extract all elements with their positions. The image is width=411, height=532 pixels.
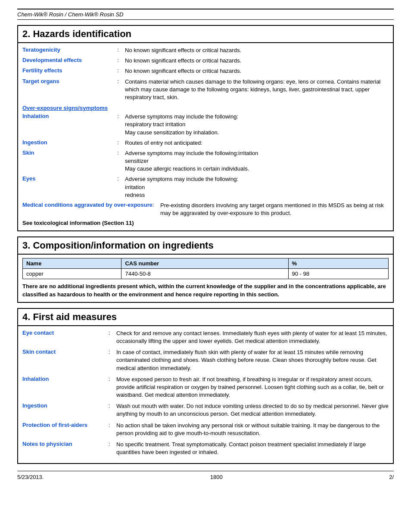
field-value: No action shall be taken involving any p… <box>116 422 389 437</box>
doc-header-title: Chem-Wik® Rosin / Chem-Wik® Rosin SD <box>17 11 123 18</box>
field-row: Eye contact : Check for and remove any c… <box>22 330 389 345</box>
field-label: Inhalation <box>22 113 117 119</box>
see-toxicological-note: See toxicological information (Section 1… <box>22 220 389 226</box>
section4-fields: Eye contact : Check for and remove any c… <box>22 330 389 457</box>
field-label: Inhalation <box>22 376 109 382</box>
field-value: No known significant effects or critical… <box>125 57 389 65</box>
field-value: No known significant effects or critical… <box>125 67 389 75</box>
field-value: Adverse symptoms may include the followi… <box>125 175 389 199</box>
composition-note: There are no additional ingredients pres… <box>22 283 389 298</box>
footer-doc-number: 1800 <box>210 474 223 480</box>
section4: 4. First aid measures Eye contact : Chec… <box>17 308 394 464</box>
field-label: Fertility effects <box>22 67 117 74</box>
field-colon: : <box>117 139 125 146</box>
col-cas: CAS number <box>121 258 288 269</box>
footer-page: 2/ <box>389 474 394 480</box>
table-cell: copper <box>23 269 121 279</box>
field-row: Fertility effects : No known significant… <box>22 67 389 75</box>
field-value: Move exposed person to fresh air. If not… <box>116 376 389 399</box>
table-cell: 90 - 98 <box>288 269 388 279</box>
composition-table: Name CAS number % copper7440-50-890 - 98 <box>22 258 389 279</box>
field-label: Medical conditions aggravated by over-ex… <box>22 202 153 208</box>
field-row: Teratogenicity : No known significant ef… <box>22 47 389 54</box>
field-row: Developmental effects : No known signifi… <box>22 57 389 65</box>
field-colon: : <box>117 67 125 74</box>
field-label: Target organs <box>22 78 117 84</box>
section4-title: 4. First aid measures <box>17 308 394 326</box>
field-value: No known significant effects or critical… <box>125 47 389 54</box>
field-row: Notes to physician : No specific treatme… <box>22 441 389 456</box>
field-row: Ingestion : Routes of entry not anticipa… <box>22 139 389 147</box>
section2-oe-fields: Inhalation : Adverse symptoms may includ… <box>22 113 389 217</box>
field-row: Target organs : Contains material which … <box>22 78 389 102</box>
section3-title: 3. Composition/information on ingredient… <box>17 236 394 255</box>
section2-fields: Teratogenicity : No known significant ef… <box>22 47 389 101</box>
field-value: Pre-existing disorders involving any tar… <box>160 202 389 217</box>
footer-date: 5/23/2013. <box>17 474 44 480</box>
field-value: Adverse symptoms may include the followi… <box>125 113 389 137</box>
field-value: Adverse symptoms may include the followi… <box>125 149 389 173</box>
field-value: In case of contact, immediately flush sk… <box>116 348 389 372</box>
page: Chem-Wik® Rosin / Chem-Wik® Rosin SD 2. … <box>0 0 411 532</box>
field-row: Medical conditions aggravated by over-ex… <box>22 202 389 217</box>
field-colon: : <box>117 175 125 182</box>
page-footer: 5/23/2013. 1800 2/ <box>17 471 394 480</box>
section2-content: Teratogenicity : No known significant ef… <box>17 43 394 231</box>
table-header-row: Name CAS number % <box>23 258 389 269</box>
field-row: Skin : Adverse symptoms may include the … <box>22 149 389 173</box>
field-label: Ingestion <box>22 139 117 146</box>
field-colon: : <box>117 78 125 84</box>
section3-content: Name CAS number % copper7440-50-890 - 98… <box>17 255 394 302</box>
field-row: Eyes : Adverse symptoms may include the … <box>22 175 389 199</box>
section2: 2. Hazards identification Teratogenicity… <box>17 25 394 231</box>
field-colon: : <box>153 202 160 208</box>
field-label: Skin <box>22 149 117 156</box>
field-value: Check for and remove any contact lenses.… <box>116 330 389 345</box>
section3: 3. Composition/information on ingredient… <box>17 236 394 302</box>
doc-header: Chem-Wik® Rosin / Chem-Wik® Rosin SD <box>17 9 394 20</box>
field-row: Ingestion : Wash out mouth with water. D… <box>22 402 389 418</box>
field-colon: : <box>117 149 125 156</box>
field-label: Eye contact <box>22 330 109 336</box>
field-label: Eyes <box>22 175 117 182</box>
table-row: copper7440-50-890 - 98 <box>23 269 389 279</box>
field-colon: : <box>109 441 116 447</box>
field-colon: : <box>109 376 116 382</box>
field-row: Inhalation : Move exposed person to fres… <box>22 376 389 399</box>
field-value: No specific treatment. Treat symptomatic… <box>116 441 389 456</box>
field-colon: : <box>109 330 116 336</box>
field-label: Skin contact <box>22 348 109 355</box>
field-row: Skin contact : In case of contact, immed… <box>22 348 389 372</box>
field-colon: : <box>109 348 116 355</box>
field-colon: : <box>117 113 125 119</box>
col-name: Name <box>23 258 121 269</box>
composition-table-body: copper7440-50-890 - 98 <box>23 269 389 279</box>
section2-title: 2. Hazards identification <box>17 25 394 43</box>
field-label: Notes to physician <box>22 441 109 447</box>
table-cell: 7440-50-8 <box>121 269 288 279</box>
col-percent: % <box>288 258 388 269</box>
field-colon: : <box>109 402 116 409</box>
field-colon: : <box>109 422 116 428</box>
field-value: Contains material which causes damage to… <box>125 78 389 102</box>
overexposure-link[interactable]: Over-exposure signs/symptoms <box>22 105 389 111</box>
field-label: Ingestion <box>22 402 109 409</box>
field-row: Inhalation : Adverse symptoms may includ… <box>22 113 389 137</box>
section4-content: Eye contact : Check for and remove any c… <box>17 326 394 464</box>
field-value: Routes of entry not anticipated: <box>125 139 389 147</box>
field-colon: : <box>117 47 125 53</box>
field-colon: : <box>117 57 125 63</box>
field-label: Teratogenicity <box>22 47 117 53</box>
field-row: Protection of first-aiders : No action s… <box>22 422 389 437</box>
field-label: Protection of first-aiders <box>22 422 109 428</box>
field-label: Developmental effects <box>22 57 117 63</box>
field-value: Wash out mouth with water. Do not induce… <box>116 402 389 418</box>
